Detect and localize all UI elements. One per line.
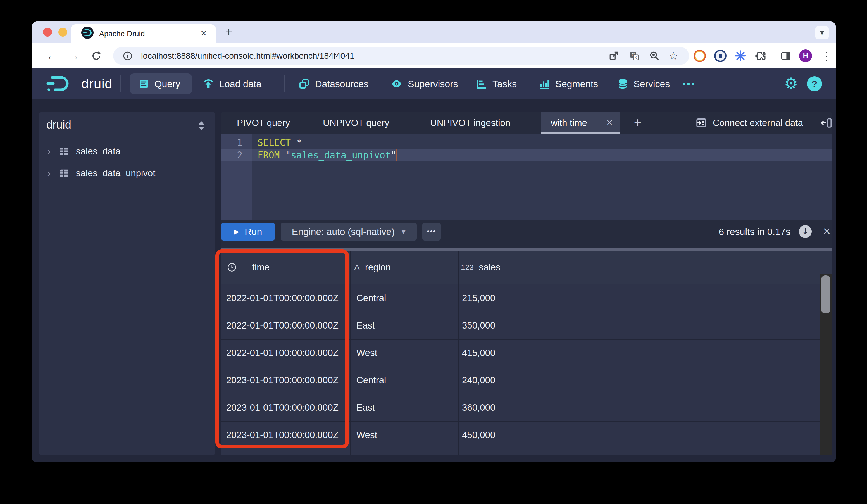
workbench-tab-unpivot-query[interactable]: UNPIVOT query [323, 112, 389, 134]
query-icon [138, 78, 149, 89]
sql-editor[interactable]: 1 2 SELECT * FROM "sales_data_unpivot" [221, 134, 832, 220]
table-cell[interactable]: 350,000 [462, 312, 495, 339]
chrome-menu-kebab-icon[interactable]: ⋮ [818, 43, 835, 68]
table-cell[interactable]: 360,000 [462, 394, 495, 421]
site-info-icon[interactable] [121, 43, 135, 68]
sidebar-item-sales-data[interactable]: › sales_data [39, 140, 215, 162]
workbench-panel: PIVOT query UNPIVOT query UNPIVOT ingest… [221, 112, 832, 455]
sort-icon[interactable] [198, 121, 204, 130]
zoom-icon[interactable] [645, 43, 663, 68]
nav-item-tasks[interactable]: Tasks [476, 68, 517, 99]
query-more-button[interactable]: ••• [422, 223, 441, 240]
nav-item-load-data[interactable]: Load data [203, 68, 261, 99]
nav-item-label: Load data [219, 78, 261, 89]
nav-item-services[interactable]: Services [617, 68, 670, 99]
play-icon: ▶ [234, 228, 239, 236]
code-line-2: FROM "sales_data_unpivot" [258, 149, 396, 161]
svg-text:文: 文 [635, 56, 638, 60]
table-cell[interactable]: West [356, 421, 377, 449]
line-number: 2 [221, 149, 243, 161]
splitter-handle[interactable] [221, 248, 832, 251]
workbench-tab-pivot-query[interactable]: PIVOT query [237, 112, 290, 134]
download-results-button[interactable]: ↓ [799, 225, 812, 238]
nav-overflow-button[interactable]: ••• [682, 68, 696, 99]
table-cell[interactable]: 240,000 [462, 366, 495, 394]
table-cell[interactable]: West [356, 339, 377, 366]
sidebar-item-sales-data-unpivot[interactable]: › sales_data_unpivot [39, 162, 215, 184]
workbench-tab-with-time[interactable]: with time × [541, 112, 620, 134]
engine-select[interactable]: Engine: auto (sql-native) ▼ [281, 223, 417, 240]
nav-item-label: Tasks [492, 78, 517, 89]
help-icon[interactable]: ? [807, 76, 822, 92]
snowflake-extension-icon[interactable] [732, 43, 748, 68]
browser-tabstrip: Apache Druid × + ▾ [32, 21, 836, 43]
chevron-right-icon[interactable]: › [39, 146, 58, 158]
new-query-tab-button[interactable]: + [628, 112, 647, 134]
chevron-right-icon[interactable]: › [39, 167, 58, 179]
bookmark-star-icon[interactable]: ☆ [664, 43, 682, 68]
table-cell[interactable]: 2022-01-01T00:00:00.000Z [226, 339, 339, 366]
column-header-time[interactable]: __time [227, 251, 269, 284]
nav-item-segments[interactable]: Segments [538, 68, 598, 99]
sql-quote: " [391, 150, 396, 161]
run-button[interactable]: ▶ Run [221, 223, 275, 240]
profile-avatar[interactable]: H [799, 50, 812, 62]
table-row: 2022-01-01T00:00:00.000Z East 350,000 [221, 312, 820, 340]
nav-item-query[interactable]: Query [130, 74, 192, 94]
nav-item-datasources[interactable]: Datasources [298, 68, 368, 99]
table-cell[interactable]: 215,000 [462, 285, 495, 312]
druid-brand: druid [81, 68, 113, 99]
table-row: 2023-01-01T00:00:00.000Z East 360,000 [221, 394, 820, 422]
table-cell[interactable]: 2023-01-01T00:00:00.000Z [226, 394, 339, 421]
new-tab-button[interactable]: + [221, 24, 237, 41]
password-extension-icon[interactable] [713, 43, 728, 68]
tab-close-icon[interactable]: × [197, 24, 210, 43]
forward-button[interactable]: → [65, 43, 83, 68]
table-cell[interactable]: Central [356, 366, 386, 394]
table-cell[interactable]: East [356, 394, 375, 421]
browser-tab-title: Apache Druid [99, 24, 145, 43]
table-cell[interactable]: 2023-01-01T00:00:00.000Z [226, 421, 339, 449]
code-line-1: SELECT * [258, 136, 302, 149]
vertical-scrollbar[interactable] [820, 274, 832, 455]
tab-search-chevron-icon[interactable]: ▾ [815, 26, 829, 40]
url-text[interactable]: localhost:8888/unified-console.html#work… [141, 43, 354, 68]
nav-item-supervisors[interactable]: Supervisors [390, 68, 458, 99]
table-name: sales_data [76, 146, 121, 157]
extensions-puzzle-icon[interactable] [753, 43, 768, 68]
druid-navbar: druid Query Load data Datasources Superv… [32, 68, 836, 99]
clock-icon [227, 262, 237, 272]
column-header-sales[interactable]: 123 sales [461, 251, 500, 284]
table-cell[interactable]: 2022-01-01T00:00:00.000Z [226, 312, 339, 339]
table-cell[interactable]: 2023-01-01T00:00:00.000Z [226, 366, 339, 394]
browser-tab[interactable]: Apache Druid × [71, 24, 216, 43]
tab-label: with time [551, 112, 587, 134]
reload-button[interactable] [87, 43, 105, 68]
close-results-icon[interactable]: × [818, 220, 832, 243]
table-cell[interactable]: 415,000 [462, 339, 495, 366]
collapse-panel-icon[interactable] [820, 112, 832, 134]
load-data-icon [203, 78, 214, 90]
back-button[interactable]: ← [43, 43, 61, 68]
table-cell[interactable]: Central [356, 285, 386, 312]
table-cell[interactable]: 2022-01-01T00:00:00.000Z [226, 285, 339, 312]
scrollbar-thumb[interactable] [821, 276, 830, 313]
connect-external-data-button[interactable]: Connect external data [696, 112, 803, 134]
table-cell[interactable]: 450,000 [462, 421, 495, 449]
table-cell[interactable]: East [356, 312, 375, 339]
open-in-new-icon[interactable] [605, 43, 623, 68]
toolbar-divider [772, 50, 772, 62]
column-name: __time [242, 262, 269, 273]
tab-close-icon[interactable]: × [601, 112, 618, 134]
translate-icon[interactable]: G文 [625, 43, 643, 68]
column-header-region[interactable]: A region [354, 251, 391, 284]
duckduckgo-extension-icon[interactable] [692, 43, 707, 68]
side-panel-icon[interactable] [777, 43, 795, 68]
tab-label: UNPIVOT ingestion [430, 118, 510, 128]
table-row: 2022-01-01T00:00:00.000Z Central 215,000 [221, 285, 820, 312]
traffic-light-close[interactable] [43, 28, 52, 36]
workbench-tab-unpivot-ingestion[interactable]: UNPIVOT ingestion [430, 112, 510, 134]
table-row: 2023-01-01T00:00:00.000Z West 450,000 [221, 421, 820, 449]
traffic-light-minimize[interactable] [58, 28, 67, 36]
settings-gear-icon[interactable]: ⚙ [784, 68, 798, 99]
